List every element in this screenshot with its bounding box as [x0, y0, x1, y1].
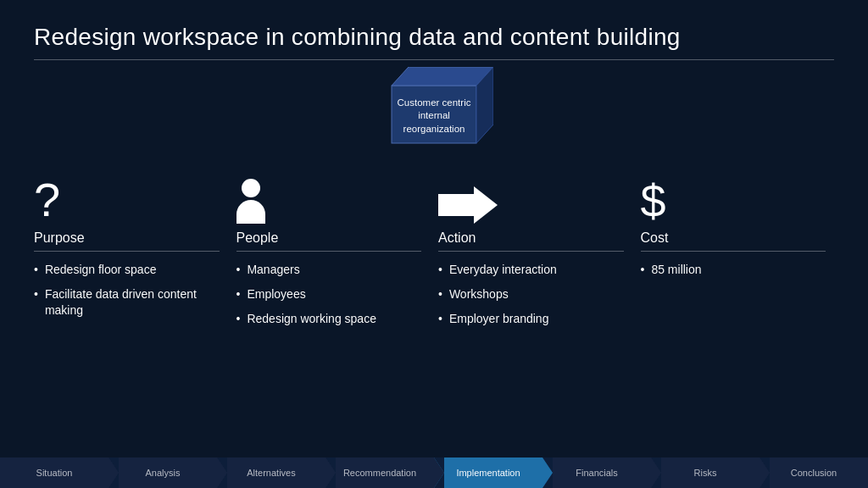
cost-label: Cost	[641, 230, 826, 246]
person-body	[236, 200, 265, 224]
slide-title: Redesign workspace in combining data and…	[34, 24, 834, 51]
purpose-label: Purpose	[34, 230, 220, 246]
nav-situation[interactable]: Situation	[0, 458, 108, 488]
person-icon	[236, 179, 265, 224]
cost-bullet-0: 85 million	[641, 262, 826, 278]
nav-financials[interactable]: Financials	[542, 458, 651, 488]
cost-bullets: 85 million	[641, 262, 826, 286]
slide: Redesign workspace in combining data and…	[0, 0, 868, 488]
dollar-icon: $	[641, 178, 666, 224]
nav-conclusion[interactable]: Conclusion	[760, 458, 868, 488]
cost-divider	[641, 251, 826, 252]
column-purpose: ? Purpose Redesign floor space Facilitat…	[34, 154, 228, 458]
column-cost: $ Cost 85 million	[632, 154, 835, 458]
svg-marker-1	[392, 67, 493, 86]
cost-icon-area: $	[641, 154, 826, 230]
main-content: Customer centric internal reorganization…	[34, 74, 834, 458]
title-divider	[34, 59, 834, 60]
nav-bar: Situation Analysis Alternatives Recommen…	[0, 458, 868, 488]
purpose-bullet-1: Facilitate data driven content making	[34, 286, 220, 319]
cube-label: Customer centric internal reorganization	[393, 89, 475, 143]
person-head	[242, 179, 260, 197]
nav-risks[interactable]: Risks	[651, 458, 760, 488]
purpose-divider	[34, 251, 220, 252]
purpose-icon-area: ?	[34, 154, 220, 230]
nav-analysis[interactable]: Analysis	[108, 458, 217, 488]
nav-recommendation[interactable]: Recommendation	[326, 458, 434, 488]
purpose-bullets: Redesign floor space Facilitate data dri…	[34, 262, 220, 327]
question-icon: ?	[34, 176, 60, 224]
nav-alternatives[interactable]: Alternatives	[217, 458, 326, 488]
purpose-bullet-0: Redesign floor space	[34, 262, 220, 278]
nav-implementation[interactable]: Implementation	[434, 458, 542, 488]
cube-container: Customer centric internal reorganization	[375, 67, 493, 458]
